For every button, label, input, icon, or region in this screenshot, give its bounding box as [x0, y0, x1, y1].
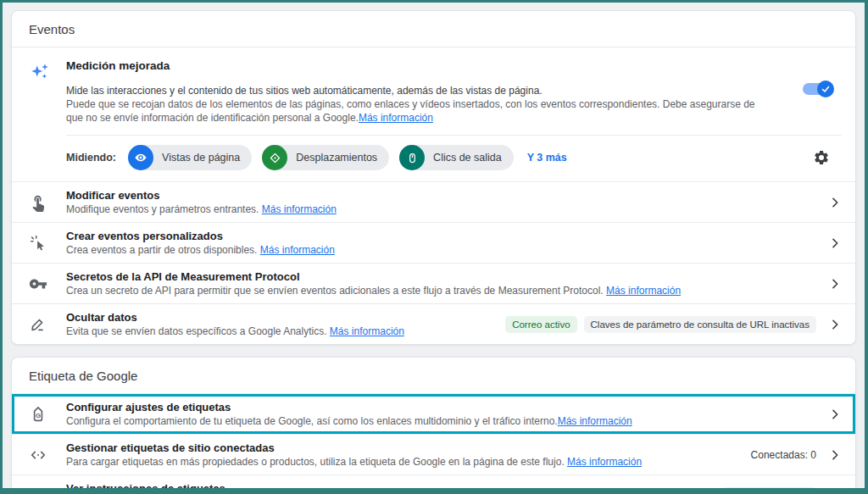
- touch-icon: [29, 193, 66, 212]
- row-desc-text: Crea un secreto de API para permitir que…: [66, 285, 606, 297]
- row-desc-text: Para cargar etiquetas en más propiedades…: [66, 456, 567, 468]
- cursor-sparks-icon: [29, 234, 66, 253]
- more-chips-link[interactable]: Y 3 más: [527, 152, 567, 164]
- row-title: Ocultar datos: [66, 310, 488, 325]
- scroll-icon: [262, 145, 287, 170]
- check-icon: [729, 491, 739, 494]
- enhanced-measurement-section: Medición mejorada Mide las interacciones…: [12, 47, 855, 181]
- measuring-row: Midiendo: Vistas de página Desplazamient…: [66, 136, 842, 181]
- row-desc-text: Evita que se envíen datos específicos a …: [66, 325, 330, 337]
- url-query-keys-inactive-badge: Claves de parámetro de consulta de URL i…: [584, 316, 816, 333]
- chevron-right-icon[interactable]: [828, 448, 842, 462]
- enhanced-measurement-title: Medición mejorada: [66, 59, 765, 72]
- svg-text:G: G: [36, 411, 41, 419]
- row-title: Modificar eventos: [66, 188, 806, 203]
- enhanced-more-info-link[interactable]: Más información: [359, 112, 433, 124]
- chevron-right-icon[interactable]: [828, 196, 842, 209]
- row-title: Ver instrucciones de etiquetas: [66, 481, 705, 494]
- enhanced-measurement-description: Mide las interacciones y el contenido de…: [66, 84, 765, 125]
- more-info-link[interactable]: Más información: [262, 203, 337, 215]
- row-description: Evita que se envíen datos específicos a …: [66, 325, 488, 338]
- more-info-link[interactable]: Más información: [330, 325, 404, 337]
- row-description: Crea un secreto de API para permitir que…: [66, 284, 806, 297]
- row-measurement-protocol-secrets[interactable]: Secretos de la API de Measurement Protoc…: [12, 263, 855, 303]
- more-info-link[interactable]: Más información: [260, 244, 335, 256]
- chip-outbound-clicks-label: Clics de salida: [425, 152, 514, 164]
- chevron-right-icon[interactable]: [828, 277, 842, 291]
- google-tag-card: Etiqueta de Google G Configurar ajustes …: [11, 357, 856, 494]
- row-description: Crea eventos a partir de otros disponibl…: [66, 243, 806, 257]
- chevron-right-icon[interactable]: [828, 318, 842, 331]
- row-description: Modifique eventos y parámetros entrantes…: [66, 203, 806, 216]
- email-active-badge: Correo activo: [505, 316, 576, 333]
- row-configure-tag-settings[interactable]: G Configurar ajustes de etiquetas Config…: [12, 394, 855, 434]
- chevron-right-icon[interactable]: [828, 408, 842, 421]
- row-description: Para cargar etiquetas en más propiedades…: [66, 455, 741, 469]
- sparkle-icon: [29, 59, 66, 125]
- chip-page-views[interactable]: Vistas de página: [128, 145, 252, 170]
- connected-count: Conectadas: 0: [751, 449, 816, 461]
- events-card-title: Eventos: [12, 11, 855, 47]
- chip-outbound-clicks[interactable]: Clics de salida: [399, 145, 514, 170]
- row-create-custom-events[interactable]: Crear eventos personalizados Crea evento…: [12, 222, 855, 263]
- row-desc-text: Crea eventos a partir de otros disponibl…: [66, 244, 260, 256]
- more-info-link[interactable]: Más información: [606, 285, 681, 297]
- row-view-tag-instructions[interactable]: Ver instrucciones de etiquetas Obtén ins…: [12, 475, 855, 494]
- measuring-label: Midiendo:: [66, 152, 116, 164]
- google-tag-card-title: Etiqueta de Google: [12, 358, 855, 394]
- enhanced-measurement-toggle[interactable]: [803, 83, 832, 95]
- row-title: Secretos de la API de Measurement Protoc…: [66, 269, 806, 284]
- row-desc-text: Modifique eventos y parámetros entrantes…: [66, 203, 262, 215]
- more-info-link[interactable]: Más información: [558, 415, 632, 427]
- row-hide-data[interactable]: Ocultar datos Evita que se envíen datos …: [12, 303, 855, 344]
- row-description: Configura el comportamiento de tu etique…: [66, 414, 806, 428]
- chevron-right-icon[interactable]: [828, 489, 842, 494]
- key-icon: [29, 275, 66, 293]
- more-info-link[interactable]: Más información: [567, 456, 642, 468]
- row-title: Configurar ajustes de etiquetas: [66, 400, 806, 414]
- edit-off-icon: [29, 315, 66, 334]
- events-card: Eventos Medición mejorada Mide las inter…: [11, 10, 856, 345]
- row-manage-connected-site-tags[interactable]: Gestionar etiquetas de sitio conectadas …: [12, 434, 855, 475]
- row-title: Crear eventos personalizados: [66, 229, 806, 243]
- clipboard-code-icon: [29, 486, 66, 494]
- mouse-icon: [399, 145, 425, 170]
- chip-scrolls[interactable]: Desplazamientos: [262, 145, 389, 170]
- row-title: Gestionar etiquetas de sitio conectadas: [66, 441, 741, 455]
- chip-page-views-label: Vistas de página: [153, 152, 252, 164]
- google-tag-icon: G: [29, 405, 66, 424]
- row-desc-text: Configura el comportamiento de tu etique…: [66, 415, 558, 427]
- chip-scrolls-label: Desplazamientos: [287, 152, 389, 164]
- gear-icon[interactable]: [813, 149, 830, 166]
- data-streams-badge: Flujos de datos: [722, 487, 816, 494]
- chevron-right-icon[interactable]: [828, 236, 842, 250]
- data-streams-badge-label: Flujos de datos: [743, 491, 810, 494]
- code-arrows-icon: [29, 446, 66, 464]
- row-modify-events[interactable]: Modificar eventos Modifique eventos y pa…: [12, 181, 855, 222]
- toggle-check-icon: [817, 80, 834, 97]
- eye-icon: [128, 145, 153, 170]
- enhanced-measurement-line1: Mide las interacciones y el contenido de…: [66, 85, 542, 97]
